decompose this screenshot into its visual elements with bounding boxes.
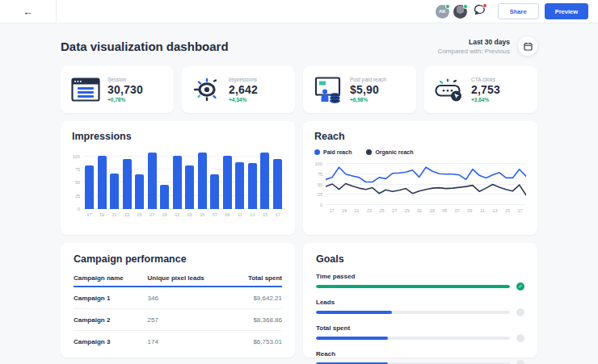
x-tick-label: 11	[478, 208, 486, 213]
campaign-leads: 174	[148, 331, 232, 353]
bar	[235, 162, 244, 209]
goal-item-total-spent: Total spent	[316, 324, 524, 342]
bar	[85, 165, 94, 209]
bar	[98, 156, 107, 209]
table-row[interactable]: Campaign 3 174 $6,753.01	[74, 331, 282, 353]
goal-status-icon	[516, 360, 524, 364]
column-header: Total spent	[232, 272, 282, 287]
x-tick-label: 03	[185, 212, 194, 217]
bar	[248, 163, 257, 209]
stat-label: CTA clicks	[471, 77, 500, 82]
x-tick-label: 15	[503, 208, 512, 213]
stat-delta: +4,34%	[229, 97, 258, 103]
column-header: Campaign name	[74, 272, 148, 287]
reach-chart-card: Reach Paid reach Organic reach 025507510…	[303, 121, 537, 235]
table-row[interactable]: Campaign 2 257 $8,368.86	[74, 309, 282, 331]
online-status-dot	[463, 4, 468, 9]
line-series	[326, 184, 526, 195]
campaign-spent: $8,368.86	[232, 309, 282, 331]
bar	[198, 153, 207, 209]
goal-item-reach: Reach	[316, 350, 524, 364]
date-range-label: Last 30 days	[438, 38, 510, 46]
x-tick-label: 09	[465, 208, 474, 213]
avatar-initials: AK	[439, 9, 446, 14]
stat-card-cta-clicks[interactable]: CTA clicks 2,753 +3,64%	[424, 66, 537, 113]
back-button[interactable]: ←	[0, 0, 57, 23]
topbar-actions: AK Share Preview	[432, 3, 598, 19]
goal-progress-bar	[316, 337, 510, 340]
reach-x-axis: 17192123252729010305070911131517	[326, 208, 526, 213]
y-tick-label: 25	[318, 192, 322, 197]
page-title: Data visualization dashboard	[61, 40, 229, 53]
preview-button[interactable]: Preview	[545, 3, 588, 19]
stats-row: Session 30,730 +0,78%	[61, 66, 537, 113]
y-tick-label: 75	[75, 167, 80, 172]
browser-icon	[69, 77, 102, 102]
x-tick-label: 29	[402, 208, 411, 213]
goal-label: Time passed	[316, 273, 524, 280]
topbar: ← AK Share Preview	[0, 0, 598, 23]
date-range-info: Last 30 days Compared with: Previous	[438, 38, 510, 55]
legend-item-organic-reach[interactable]: Organic reach	[366, 149, 413, 155]
stat-delta: +0,78%	[107, 97, 143, 103]
presentation-audience-icon	[312, 76, 344, 103]
x-tick-label: 09	[223, 212, 232, 217]
charts-row: Impressions 0255075100 17192123252729010…	[61, 121, 537, 235]
bar	[210, 174, 219, 209]
impressions-x-axis: 17192123252729010305070911131517	[83, 212, 284, 217]
bar	[223, 156, 232, 209]
y-tick-label: 100	[315, 161, 322, 166]
x-tick-label: 03	[427, 208, 436, 213]
compared-with-label: Compared with: Previous	[438, 48, 510, 55]
stat-card-session[interactable]: Session 30,730 +0,78%	[61, 66, 174, 113]
campaign-performance-title: Campaign performance	[74, 253, 282, 265]
x-tick-label: 13	[248, 212, 257, 217]
button-cursor-icon	[433, 77, 465, 103]
x-tick-label: 07	[210, 212, 219, 217]
goal-progress-bar	[316, 285, 510, 288]
y-tick-label: 0	[78, 207, 80, 211]
organic-reach-dot	[366, 149, 372, 155]
x-tick-label: 25	[377, 208, 386, 213]
bar	[135, 174, 144, 209]
arrow-left-icon: ←	[23, 6, 33, 17]
x-tick-label: 23	[365, 208, 374, 213]
stat-delta: +6,98%	[350, 97, 386, 103]
bar	[173, 156, 182, 209]
avatar-ak[interactable]: AK	[436, 5, 449, 19]
share-button[interactable]: Share	[498, 3, 539, 19]
x-tick-label: 01	[415, 208, 424, 213]
goal-label: Leads	[316, 299, 524, 306]
online-status-dot	[445, 4, 450, 9]
avatar-photo[interactable]	[453, 5, 467, 19]
x-tick-label: 17	[516, 208, 524, 213]
goals-card: Goals Time passed ✓ Leads Total spent	[303, 243, 537, 358]
goal-complete-check-icon: ✓	[516, 282, 524, 291]
goal-item-time-passed: Time passed ✓	[316, 273, 524, 291]
table-row[interactable]: Campaign 1 346 $9,642.21	[74, 287, 282, 309]
stat-card-impressions[interactable]: Impressions 2,642 +4,34%	[182, 66, 295, 113]
goal-item-leads: Leads	[316, 299, 524, 316]
impressions-plot	[83, 151, 284, 209]
x-tick-label: 29	[160, 212, 169, 217]
x-tick-label: 17	[85, 212, 94, 217]
dashboard-content: Data visualization dashboard Last 30 day…	[0, 36, 598, 358]
x-tick-label: 23	[123, 212, 132, 217]
campaign-performance-card: Campaign performance Campaign name Uniqu…	[61, 243, 295, 358]
goal-label: Total spent	[316, 324, 524, 332]
x-tick-label: 11	[235, 212, 244, 217]
chat-button[interactable]	[474, 3, 486, 19]
x-tick-label: 21	[352, 208, 361, 213]
stat-label: Session	[107, 77, 143, 82]
stat-label: Post paid reach	[350, 77, 386, 82]
reach-y-axis: 0255075100	[314, 160, 326, 205]
stat-value: 2,753	[471, 83, 500, 96]
goal-label: Reach	[316, 350, 524, 358]
x-tick-label: 13	[491, 208, 499, 213]
legend-item-paid-reach[interactable]: Paid reach	[314, 149, 352, 155]
stat-card-post-paid-reach[interactable]: Post paid reach $5,90 +6,98%	[303, 66, 416, 113]
x-tick-label: 17	[273, 212, 282, 217]
x-tick-label: 19	[98, 212, 107, 217]
campaign-table: Campaign name Unique pixel leads Total s…	[74, 272, 282, 352]
calendar-button[interactable]	[518, 36, 537, 56]
